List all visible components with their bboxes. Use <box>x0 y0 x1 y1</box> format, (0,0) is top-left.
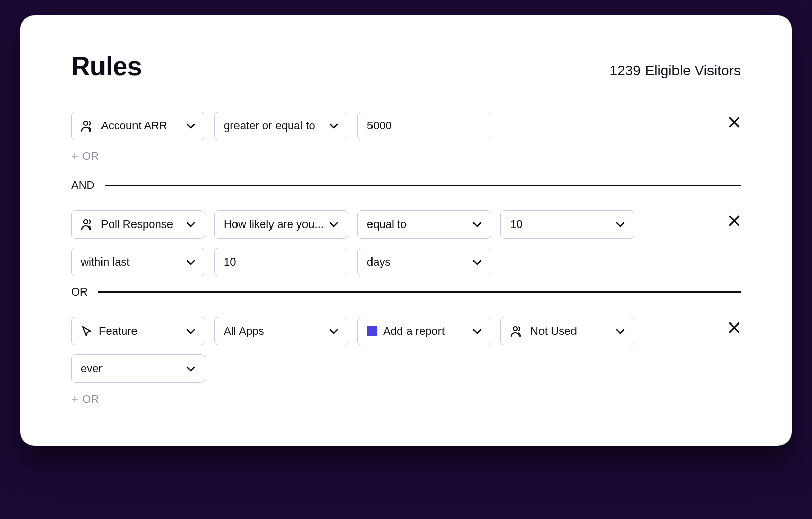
poll-question-label: How likely are you... <box>224 218 323 231</box>
add-or-button[interactable]: + OR <box>71 149 710 164</box>
chevron-down-icon <box>186 221 195 228</box>
header-row: Rules 1239 Eligible Visitors <box>71 51 741 81</box>
value-label: 10 <box>510 218 522 231</box>
feature-color-swatch <box>367 326 377 336</box>
time-value-input[interactable]: 10 <box>214 248 348 276</box>
scope-label: All Apps <box>224 325 264 338</box>
operator-label: equal to <box>367 218 407 231</box>
chevron-down-icon <box>186 123 195 129</box>
add-or-button[interactable]: + OR <box>71 392 710 406</box>
or-label: OR <box>82 393 99 406</box>
chevron-down-icon <box>472 221 482 228</box>
or-label: OR <box>71 285 88 299</box>
rule-group-1: Account ARR greater or equal to 5000 + O… <box>71 112 741 164</box>
remove-rule-button[interactable] <box>728 214 741 228</box>
people-icon <box>81 120 95 132</box>
scope-select[interactable]: All Apps <box>214 317 348 345</box>
chevron-down-icon <box>186 328 195 334</box>
attribute-label: Account ARR <box>101 119 167 133</box>
chevron-down-icon <box>329 221 339 228</box>
close-icon <box>728 321 741 334</box>
operator-select[interactable]: greater or equal to <box>214 112 348 140</box>
close-icon <box>728 214 741 228</box>
rule-type-select[interactable]: Feature <box>71 317 205 345</box>
feature-select[interactable]: Add a report <box>357 317 491 345</box>
chevron-down-icon <box>329 123 339 129</box>
attribute-label: Poll Response <box>101 218 173 231</box>
value-text: 5000 <box>367 119 392 133</box>
time-unit-select[interactable]: days <box>357 248 491 276</box>
usage-label: Not Used <box>530 325 577 338</box>
eligible-visitors-count: 1239 Eligible Visitors <box>610 62 741 79</box>
poll-question-select[interactable]: How likely are you... <box>214 210 348 239</box>
cursor-icon <box>81 325 93 337</box>
operator-select[interactable]: equal to <box>357 210 491 239</box>
rule-row: Account ARR greater or equal to 5000 <box>71 112 710 140</box>
people-icon <box>510 325 524 337</box>
operator-label: greater or equal to <box>224 119 315 133</box>
rule-row: within last 10 days <box>71 248 710 276</box>
or-separator: OR <box>71 285 741 299</box>
time-label: ever <box>81 362 103 375</box>
svg-point-2 <box>513 327 517 331</box>
svg-point-1 <box>84 220 88 224</box>
page-title: Rules <box>71 51 142 81</box>
plus-icon: + <box>71 392 78 406</box>
time-value-text: 10 <box>224 255 236 269</box>
chevron-down-icon <box>186 366 195 372</box>
or-label: OR <box>82 150 99 163</box>
and-label: AND <box>71 179 94 192</box>
attribute-select[interactable]: Poll Response <box>71 210 205 239</box>
value-select[interactable]: 10 <box>500 210 634 239</box>
rule-row: Poll Response How likely are you... equa… <box>71 210 710 239</box>
plus-icon: + <box>71 149 78 164</box>
attribute-select[interactable]: Account ARR <box>71 112 205 140</box>
remove-rule-button[interactable] <box>728 116 741 129</box>
chevron-down-icon <box>616 221 625 228</box>
time-relation-label: within last <box>81 255 130 269</box>
value-input[interactable]: 5000 <box>357 112 491 140</box>
feature-label: Add a report <box>383 325 445 338</box>
rule-row: ever <box>71 354 710 383</box>
time-select[interactable]: ever <box>71 354 205 383</box>
rule-group-2: Poll Response How likely are you... equa… <box>71 210 741 276</box>
chevron-down-icon <box>186 259 195 265</box>
time-unit-label: days <box>367 255 390 269</box>
rule-group-3: Feature All Apps Add a report <box>71 317 741 406</box>
usage-select[interactable]: Not Used <box>500 317 634 345</box>
chevron-down-icon <box>616 328 625 334</box>
chevron-down-icon <box>472 259 482 265</box>
rule-row: Feature All Apps Add a report <box>71 317 710 345</box>
chevron-down-icon <box>472 328 482 334</box>
separator-line <box>105 185 741 186</box>
svg-point-0 <box>84 121 88 125</box>
remove-rule-button[interactable] <box>728 321 741 334</box>
rules-card: Rules 1239 Eligible Visitors Account ARR… <box>20 15 792 446</box>
rule-type-label: Feature <box>99 325 138 338</box>
chevron-down-icon <box>329 328 339 334</box>
people-icon <box>81 218 95 231</box>
time-relation-select[interactable]: within last <box>71 248 205 276</box>
separator-line <box>98 291 741 293</box>
close-icon <box>728 116 741 129</box>
and-separator: AND <box>71 179 741 192</box>
